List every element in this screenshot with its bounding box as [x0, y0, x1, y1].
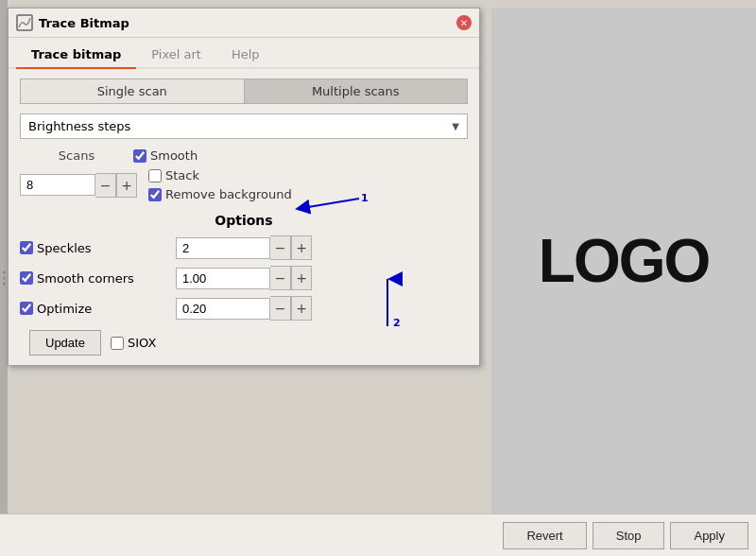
speckles-checkbox[interactable] — [20, 241, 33, 254]
speckles-label-container: Speckles — [20, 241, 176, 255]
smooth-corners-row: Smooth corners − + — [20, 266, 468, 290]
speckles-decrement-button[interactable]: − — [270, 235, 291, 260]
dropdown-value: Brightness steps — [28, 119, 130, 133]
brightness-steps-dropdown[interactable]: Brightness steps ▼ — [20, 113, 468, 139]
tab-help[interactable]: Help — [216, 42, 275, 67]
smooth-checkbox-row[interactable]: Smooth — [133, 148, 198, 163]
optimize-label: Optimize — [37, 302, 92, 316]
optimize-input[interactable] — [176, 298, 270, 320]
optimize-row: Optimize − + — [20, 296, 468, 321]
bottom-bar: Revert Stop Apply — [0, 513, 756, 556]
scans-decrement-button[interactable]: − — [95, 173, 116, 198]
smooth-corners-decrement-button[interactable]: − — [270, 266, 291, 290]
smooth-label: Smooth — [150, 148, 198, 163]
dot — [3, 283, 6, 286]
smooth-corners-increment-button[interactable]: + — [291, 266, 312, 290]
siox-checkbox[interactable] — [111, 337, 124, 350]
stop-button[interactable]: Stop — [593, 522, 665, 549]
remove-background-checkbox-row[interactable]: Remove background — [148, 187, 292, 201]
siox-label: SIOX — [128, 336, 156, 350]
tab-pixel-art[interactable]: Pixel art — [136, 42, 216, 67]
smooth-corners-input[interactable] — [176, 268, 270, 289]
scans-spinbox: − + — [20, 173, 137, 198]
trace-bitmap-window: Trace Bitmap ✕ Trace bitmap Pixel art He… — [8, 8, 480, 366]
remove-background-checkbox[interactable] — [148, 188, 162, 201]
smooth-corners-label: Smooth corners — [37, 271, 134, 286]
canvas-area: LOGO — [491, 8, 756, 513]
dot — [3, 277, 6, 280]
speckles-input[interactable] — [176, 237, 270, 259]
window-title: Trace Bitmap — [39, 16, 451, 30]
update-button[interactable]: Update — [29, 330, 101, 356]
smooth-checkbox[interactable] — [133, 149, 146, 163]
stack-checkbox[interactable] — [148, 169, 162, 182]
options-title: Options — [20, 213, 468, 228]
dot — [3, 271, 6, 274]
stack-label: Stack — [165, 168, 199, 182]
tab-bar: Trace bitmap Pixel art Help — [9, 38, 479, 69]
optimize-decrement-button[interactable]: − — [270, 296, 291, 321]
smooth-corners-checkbox[interactable] — [20, 271, 33, 285]
dropdown-row: Brightness steps ▼ — [20, 113, 468, 139]
close-button[interactable]: ✕ — [456, 15, 472, 30]
scans-increment-button[interactable]: + — [116, 173, 137, 198]
scan-mode-row: Single scan Multiple scans — [20, 78, 468, 104]
tab-trace-bitmap[interactable]: Trace bitmap — [16, 42, 136, 67]
single-scan-button[interactable]: Single scan — [20, 78, 244, 104]
remove-background-label: Remove background — [165, 187, 292, 201]
optimize-spinbox: − + — [176, 296, 312, 321]
revert-button[interactable]: Revert — [503, 522, 586, 549]
panel-content: Single scan Multiple scans Brightness st… — [9, 69, 479, 365]
logo-preview: LOGO — [539, 226, 709, 296]
smooth-corners-label-container: Smooth corners — [20, 271, 176, 286]
apply-button[interactable]: Apply — [670, 522, 748, 549]
speckles-row: Speckles − + — [20, 235, 468, 260]
sidebar-dots — [0, 271, 8, 286]
siox-row[interactable]: SIOX — [111, 336, 156, 350]
optimize-label-container: Optimize — [20, 302, 176, 316]
scans-row: Scans Smooth — [20, 148, 468, 163]
scans-input[interactable] — [20, 174, 95, 196]
smooth-corners-spinbox: − + — [176, 266, 312, 290]
title-bar: Trace Bitmap ✕ — [9, 9, 479, 38]
sidebar-strip — [0, 0, 8, 556]
speckles-increment-button[interactable]: + — [291, 235, 312, 260]
stack-checkbox-row[interactable]: Stack — [148, 168, 292, 182]
multiple-scans-button[interactable]: Multiple scans — [244, 78, 469, 104]
optimize-increment-button[interactable]: + — [291, 296, 312, 321]
window-icon — [16, 14, 33, 31]
optimize-checkbox[interactable] — [20, 302, 33, 315]
scans-label: Scans — [20, 148, 133, 163]
speckles-spinbox: − + — [176, 235, 312, 260]
dropdown-arrow-icon: ▼ — [452, 121, 459, 131]
speckles-label: Speckles — [37, 241, 92, 255]
